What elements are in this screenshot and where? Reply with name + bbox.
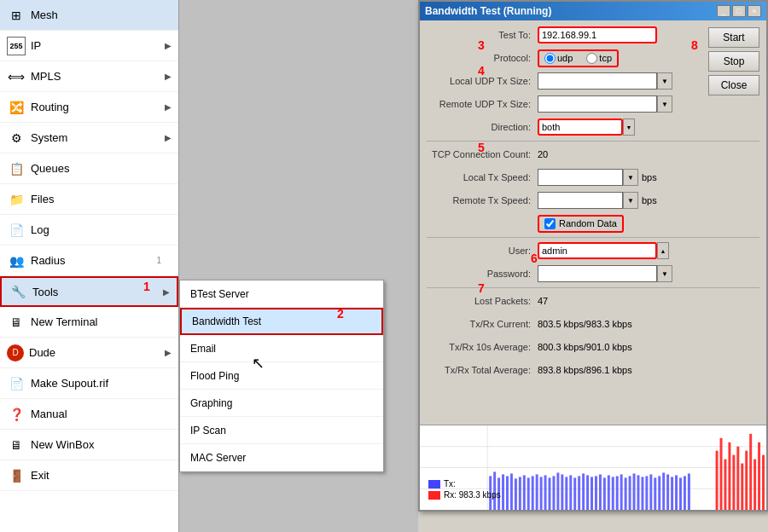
svg-rect-14 (532, 476, 534, 510)
local-tx-speed-input[interactable] (538, 169, 623, 186)
svg-rect-52 (716, 451, 719, 510)
remote-tx-speed-input[interactable] (538, 192, 623, 209)
sidebar-item-new-terminal[interactable]: 🖥 New Terminal (0, 307, 178, 338)
tcp-option[interactable]: tcp (586, 53, 612, 64)
sidebar-item-make-supout[interactable]: 📄 Make Supout.rif (0, 368, 178, 399)
svg-rect-48 (675, 475, 678, 510)
udp-radio[interactable] (544, 53, 556, 64)
rx-legend: Rx: 983.3 kbps (428, 490, 501, 500)
sidebar-item-log[interactable]: 📄 Log (0, 215, 178, 246)
bandwidth-test-window: Bandwidth Test (Running) _ □ × Start Sto… (418, 0, 768, 512)
svg-rect-34 (616, 476, 619, 510)
sidebar-item-mpls[interactable]: ⟺ MPLS ▶ (0, 61, 178, 92)
svg-rect-16 (540, 477, 543, 510)
local-udp-tx-arrow[interactable]: ▼ (657, 72, 672, 90)
sidebar-item-queues[interactable]: 📋 Queues (0, 153, 178, 184)
sidebar-item-mesh[interactable]: ⊞ Mesh (0, 0, 178, 31)
submenu-item-mac-server[interactable]: MAC Server (180, 444, 383, 471)
graph-legend: Tx: Rx: 983.3 kbps (428, 479, 501, 501)
window-titlebar: Bandwidth Test (Running) _ □ × (420, 2, 766, 20)
svg-rect-54 (724, 460, 726, 510)
sidebar-item-radius[interactable]: 👥 Radius 1 (0, 246, 178, 276)
password-input[interactable] (538, 265, 657, 282)
tcp-label: tcp (599, 53, 612, 63)
tx-rx-current-label: Tx/Rx Current: (427, 319, 538, 329)
close-button[interactable]: × (748, 5, 761, 17)
remote-udp-tx-row: Remote UDP Tx Size: ▼ (427, 95, 759, 113)
sidebar-item-dude[interactable]: D Dude ▶ (0, 338, 178, 368)
svg-rect-15 (536, 474, 538, 510)
start-button[interactable]: Start (708, 27, 759, 48)
svg-rect-24 (573, 477, 576, 510)
sidebar-item-label: Mesh (31, 9, 172, 21)
submenu-item-email[interactable]: Email (180, 335, 383, 362)
local-tx-speed-arrow[interactable]: ▼ (623, 169, 638, 186)
submenu-item-graphing[interactable]: Graphing (180, 390, 383, 417)
sidebar-item-label: Log (31, 223, 172, 236)
close-window-button[interactable]: Close (708, 75, 759, 95)
local-udp-tx-input[interactable] (538, 72, 657, 90)
svg-rect-26 (582, 473, 585, 510)
tx-rx-10s-value: 800.3 kbps/901.0 kbps (538, 342, 632, 352)
user-label: User: (427, 246, 538, 256)
svg-rect-20 (556, 472, 559, 510)
submenu-item-ip-scan[interactable]: IP Scan (180, 417, 383, 444)
submenu-item-bandwidth-test[interactable]: Bandwidth Test (180, 308, 383, 335)
protocol-label: Protocol: (427, 53, 538, 63)
direction-input[interactable] (538, 119, 623, 136)
maximize-button[interactable]: □ (732, 5, 746, 17)
svg-rect-51 (688, 473, 690, 510)
sidebar-item-label: Make Supout.rif (31, 377, 172, 390)
user-input[interactable] (538, 242, 657, 259)
remote-tx-unit: bps (642, 195, 657, 205)
svg-rect-56 (732, 455, 735, 510)
sidebar-item-label: New Terminal (31, 315, 172, 328)
graph-area: Tx: Rx: 983.3 kbps (420, 425, 766, 510)
log-icon: 📄 (7, 221, 26, 240)
radius-icon: 👥 (7, 252, 26, 270)
test-to-input[interactable] (538, 26, 657, 43)
submenu-label: Flood Ping (190, 370, 239, 382)
svg-rect-57 (736, 447, 739, 510)
svg-rect-18 (549, 477, 551, 510)
sidebar-item-manual[interactable]: ❓ Manual (0, 399, 178, 430)
sidebar-item-tools[interactable]: 🔧 Tools ▶ (0, 276, 178, 307)
sidebar-item-files[interactable]: 📁 Files (0, 184, 178, 215)
tx-legend: Tx: (428, 479, 501, 489)
sidebar-item-system[interactable]: ⚙ System ▶ (0, 123, 178, 153)
svg-rect-60 (749, 434, 752, 510)
svg-rect-35 (620, 474, 623, 510)
sidebar-item-ip[interactable]: 255 IP ▶ (0, 31, 178, 61)
tx-rx-total-label: Tx/Rx Total Average: (427, 365, 538, 375)
svg-rect-31 (603, 477, 606, 510)
svg-rect-36 (625, 477, 627, 510)
submenu-item-flood-ping[interactable]: Flood Ping (180, 362, 383, 390)
submenu-item-btest-server[interactable]: BTest Server (180, 280, 383, 308)
chevron-right-icon: ▶ (165, 133, 172, 142)
tx-legend-label: Tx: (444, 479, 456, 489)
submenu-label: Email (190, 343, 216, 355)
tcp-radio[interactable] (586, 53, 597, 64)
protocol-group: udp tcp (538, 49, 619, 67)
remote-tx-speed-arrow[interactable]: ▼ (623, 192, 638, 209)
rx-legend-label: Rx: 983.3 kbps (444, 490, 501, 500)
minimize-button[interactable]: _ (717, 5, 730, 17)
udp-option[interactable]: udp (544, 53, 573, 64)
sidebar-item-new-winbox[interactable]: 🖥 New WinBox (0, 430, 178, 460)
ip-icon: 255 (7, 37, 26, 55)
sidebar-item-exit[interactable]: 🚪 Exit (0, 460, 178, 491)
tx-rx-total-row: Tx/Rx Total Average: 893.8 kbps/896.1 kb… (427, 361, 759, 379)
stop-button[interactable]: Stop (708, 51, 759, 72)
password-arrow[interactable]: ▼ (657, 265, 672, 282)
direction-arrow[interactable]: ▼ (623, 119, 635, 136)
sidebar-item-routing[interactable]: 🔀 Routing ▶ (0, 92, 178, 123)
random-data-checkbox[interactable] (544, 218, 556, 229)
svg-rect-9 (510, 473, 513, 510)
random-data-checkbox-label[interactable]: Random Data (538, 215, 624, 233)
remote-udp-tx-arrow[interactable]: ▼ (657, 95, 672, 113)
files-icon: 📁 (7, 190, 26, 209)
sidebar-item-label: Tools (32, 286, 163, 298)
user-up-arrow[interactable]: ▲ (657, 242, 669, 259)
remote-udp-tx-input[interactable] (538, 95, 657, 113)
manual-icon: ❓ (7, 405, 26, 424)
